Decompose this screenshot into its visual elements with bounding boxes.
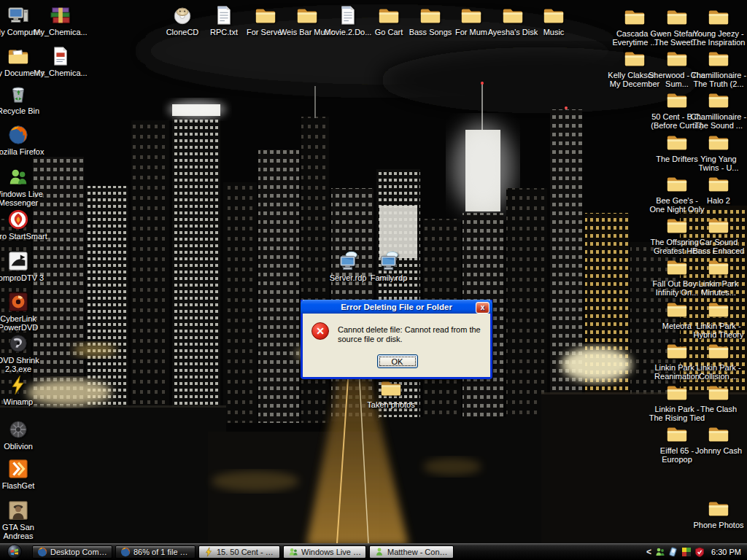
- desktop-icon-label: Family.rdp: [360, 273, 418, 282]
- desktop-icon-chamillionaire-the-truth-2[interactable]: Chamillionaire - The Truth (2...: [689, 47, 747, 88]
- desktop-icon-cyberlink-powerdvd[interactable]: CyberLink PowerDVD: [0, 291, 47, 332]
- folder-icon: [666, 6, 688, 28]
- folder-icon: [666, 47, 688, 69]
- desktop-icon-label: Recycle Bin: [0, 106, 47, 115]
- rdp-icon: [378, 250, 400, 272]
- folder-icon: [708, 6, 729, 28]
- error-dialog: Error Deleting File or Folder x ✕ Cannot…: [301, 300, 492, 379]
- desktop-icon-gta-san-andreas[interactable]: GTA San Andreas: [0, 499, 47, 540]
- desktop-icon-halo-2[interactable]: Halo 2: [689, 173, 747, 205]
- firefox-small-icon: [37, 547, 47, 557]
- desktop-icon-my-chemica[interactable]: My_Chemica...: [31, 4, 90, 36]
- desktop-icon-dvd-shrink-2-3-exe[interactable]: DVD Shrink 2.3.exe: [0, 332, 47, 373]
- desktop-icon-comprodtv-3[interactable]: ComproDTV 3: [0, 250, 47, 282]
- folder-icon: [666, 256, 688, 278]
- ok-button[interactable]: OK: [377, 354, 418, 368]
- start-button[interactable]: [6, 544, 23, 560]
- folder-icon: [378, 4, 400, 26]
- desktop-icon-taken-photos[interactable]: Taken photos: [362, 377, 420, 409]
- desktop-icon-my-chemica[interactable]: My_Chemica...: [31, 45, 90, 77]
- tray-chevron-icon[interactable]: <: [646, 545, 651, 559]
- rdp-icon: [337, 250, 359, 272]
- device-tray-icon[interactable]: [668, 547, 678, 557]
- desktop-icon-label: GTA San Andreas: [0, 523, 47, 540]
- desktop-icon-label: Chamillionaire - The Sound ...: [689, 112, 747, 130]
- dialog-titlebar[interactable]: Error Deleting File or Folder x: [301, 300, 492, 314]
- firefox-small-icon: [120, 547, 131, 557]
- taskbar-clock[interactable]: 6:30 PM: [711, 548, 741, 556]
- dialog-body: ✕ Cannot delete file: Cannot read from t…: [303, 314, 490, 377]
- desktop-icon-label: Oblivion: [0, 442, 47, 451]
- comprodtv-icon: [7, 250, 29, 272]
- desktop-icon-linkin-park-minutes[interactable]: Linkin Park Minutes...: [689, 256, 747, 297]
- buddy-small-icon: [374, 547, 384, 557]
- messenger-tray-icon[interactable]: [655, 547, 665, 557]
- desktop-icon-johnny-cash[interactable]: Johnny Cash: [689, 423, 747, 455]
- messenger-small-icon: [288, 547, 298, 557]
- desktop-icon-young-jeezy-the-inspiration[interactable]: Young Jeezy - The Inspiration: [689, 6, 747, 47]
- desktop-icon-nero-startsmart[interactable]: Nero StartSmart: [0, 209, 47, 241]
- firefox-icon: [7, 124, 29, 146]
- desktop-icon-label: Taken photos: [362, 400, 420, 409]
- desktop-icon-music[interactable]: Music: [525, 4, 583, 36]
- desktop-icon-linkin-park-collision[interactable]: Linkin Park - Collision ...: [689, 340, 747, 381]
- taskbar-button-86-of-1-file-downlo[interactable]: 86% of 1 file - Downlo...: [115, 545, 196, 559]
- text-file-icon: [337, 4, 359, 26]
- desktop-icon-label: Ying Yang Twins - U...: [689, 155, 747, 172]
- desktop-icon-label: FlashGet: [0, 481, 47, 490]
- desktop-icon-label: Halo 2: [689, 196, 747, 205]
- taskbar-button-15-50-cent-in-da-cl[interactable]: 15. 50 Cent - In Da Cl...: [198, 545, 280, 559]
- desktop-icon-windows-live-messenger[interactable]: Windows Live Messenger: [0, 166, 47, 207]
- folder-icon: [708, 497, 729, 519]
- desktop-icon-mozilla-firefox[interactable]: Mozilla Firefox: [0, 124, 47, 156]
- messenger-icon: [7, 166, 29, 188]
- taskbar-button-desktop-computers[interactable]: Desktop Computers - ...: [32, 545, 112, 559]
- desktop-icon-recycle-bin[interactable]: Recycle Bin: [0, 83, 47, 115]
- tray-icons: [655, 547, 705, 557]
- display-tray-icon[interactable]: [681, 547, 692, 557]
- folder-icon: [543, 4, 565, 26]
- flashget-icon: [7, 458, 29, 480]
- my-documents-icon: [7, 45, 29, 67]
- desktop-icon-label: Nero StartSmart: [0, 232, 47, 241]
- desktop-icon-ying-yang-twins-u[interactable]: Ying Yang Twins - U...: [689, 131, 747, 172]
- oblivion-icon: [7, 419, 29, 440]
- desktop-icon-label: My_Chemica...: [31, 28, 90, 36]
- folder-icon: [708, 423, 729, 445]
- taskbar-button-matthew-conversation[interactable]: Matthew - Conversation: [369, 545, 454, 559]
- folder-icon: [666, 298, 688, 320]
- folder-icon: [666, 173, 688, 195]
- gta-icon: [7, 499, 29, 521]
- desktop-icon-family-rdp[interactable]: Family.rdp: [360, 250, 418, 282]
- desktop-icon-label: Music: [525, 28, 583, 36]
- desktop-icon-oblivion[interactable]: Oblivion: [0, 419, 47, 451]
- desktop-icon-car-sound-bass-enhaced[interactable]: Car Sound Bass Enhaced: [689, 214, 747, 255]
- desktop-icon-flashget[interactable]: FlashGet: [0, 458, 47, 490]
- text-file-icon: [213, 4, 235, 26]
- folder-icon: [624, 47, 646, 69]
- desktop-icon-label: Car Sound Bass Enhaced: [689, 238, 747, 255]
- desktop-icon-label: DVD Shrink 2.3.exe: [0, 356, 47, 373]
- dvd-shrink-icon: [7, 332, 29, 354]
- desktop-icon-linkin-park-hybrid-theory[interactable]: Linkin Park - Hybrid Theory: [689, 298, 747, 339]
- winamp-icon: [7, 374, 29, 396]
- desktop-icon-phone-photos[interactable]: Phone Photos: [689, 497, 747, 529]
- powerdvd-icon: [7, 291, 29, 313]
- desktop-icon-label: Linkin Park - Collision ...: [689, 363, 747, 381]
- folder-icon: [708, 214, 729, 236]
- desktop-icon-label: My_Chemica...: [31, 69, 90, 77]
- taskbar-button-label: Desktop Computers - ...: [50, 548, 107, 556]
- folder-icon: [460, 4, 482, 26]
- antivirus-tray-icon[interactable]: [694, 547, 705, 557]
- taskbar-button-windows-live-messenger[interactable]: Windows Live Messenger: [283, 545, 366, 559]
- close-icon[interactable]: x: [476, 302, 489, 314]
- folder-icon: [624, 6, 646, 28]
- folder-icon: [708, 89, 729, 111]
- desktop-icon-winamp[interactable]: Winamp: [0, 374, 47, 406]
- desktop-icon-the-clash[interactable]: The Clash: [689, 381, 747, 413]
- folder-icon: [708, 131, 729, 153]
- desktop-icon-label: CyberLink PowerDVD: [0, 314, 47, 332]
- folder-icon: [708, 47, 729, 69]
- desktop-icon-chamillionaire-the-sound[interactable]: Chamillionaire - The Sound ...: [689, 89, 747, 130]
- folder-icon: [419, 4, 441, 26]
